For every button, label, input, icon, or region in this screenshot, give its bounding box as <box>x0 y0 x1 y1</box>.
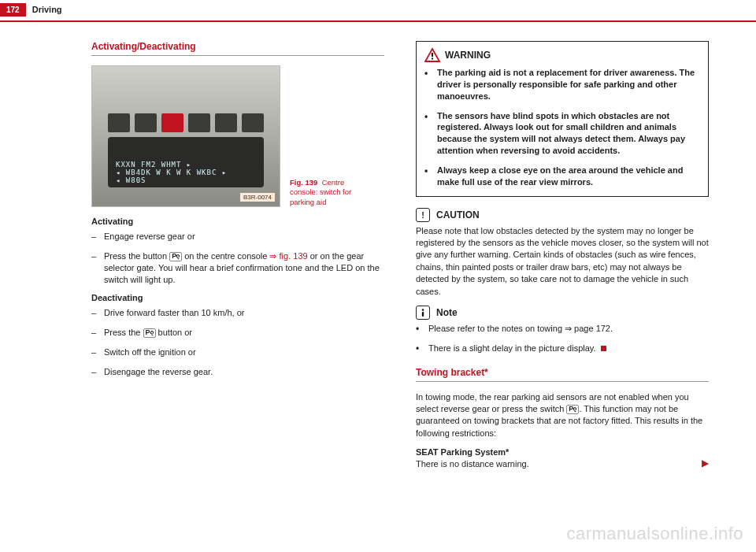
watermark: carmanualsonline.info <box>566 524 743 544</box>
subhead-activating: Activating <box>91 217 384 226</box>
svg-rect-2 <box>432 58 433 60</box>
list-item: There is a slight delay in the picture d… <box>416 343 709 354</box>
radio-line: ◂ WB4DK W K W K WKBC ▸ <box>116 169 256 176</box>
chapter-title: Driving <box>32 5 62 14</box>
section-end-icon <box>601 346 606 351</box>
console-button <box>188 113 210 132</box>
figure-139: KXXN FM2 WHMT ▸ ◂ WB4DK W K W K WKBC ▸ ◂… <box>91 65 384 207</box>
warning-label: WARNING <box>445 50 491 61</box>
caution-text: Please note that low obstacles detected … <box>416 225 709 298</box>
list-item: Press the P𐑞 button or <box>91 327 384 339</box>
parking-icon: P𐑞 <box>169 252 182 261</box>
figure-button-row <box>108 113 264 132</box>
svg-rect-1 <box>432 53 433 57</box>
list-item: The parking aid is not a replacement for… <box>424 67 700 102</box>
radio-line: ◂ W80S <box>116 176 256 184</box>
figure-code: B3R-0074 <box>240 193 275 202</box>
note-heading: Note <box>416 306 709 320</box>
list-item: Switch off the ignition or <box>91 346 384 358</box>
section-heading-activating-deactivating: Activating/Deactivating <box>91 41 384 56</box>
text-fragment: on the centre console <box>182 251 269 261</box>
text-fragment: button or <box>156 328 192 337</box>
text-fragment: Press the button <box>104 251 169 261</box>
warning-box: WARNING The parking aid is not a replace… <box>416 41 709 197</box>
towing-intro: In towing mode, the rear parking aid sen… <box>416 391 709 440</box>
warning-heading: WARNING <box>424 48 700 62</box>
caution-label: CAUTION <box>436 209 480 220</box>
console-button <box>108 113 130 132</box>
list-item: Engage reverse gear or <box>91 231 384 243</box>
left-column: Activating/Deactivating KXXN FM2 WHMT ▸ … <box>91 41 384 471</box>
note-label: Note <box>436 307 458 318</box>
list-item: Please refer to the notes on towing ⇒ pa… <box>416 323 709 335</box>
activating-list: Engage reverse gear or Press the button … <box>91 231 384 285</box>
list-item: Always keep a close eye on the area arou… <box>424 165 700 188</box>
figure-caption: Fig. 139 Centre console: switch for park… <box>290 178 369 207</box>
page-header: 172 Driving <box>0 0 756 19</box>
radio-line: KXXN FM2 WHMT ▸ <box>116 161 256 169</box>
right-column: WARNING The parking aid is not a replace… <box>416 41 709 471</box>
console-button <box>135 113 157 132</box>
figure-reference: ⇒ fig. 139 <box>269 251 307 261</box>
list-item: Drive forward faster than 10 km/h, or <box>91 307 384 319</box>
list-item: Press the button P𐑞 on the centre consol… <box>91 250 384 286</box>
note-list: Please refer to the notes on towing ⇒ pa… <box>416 323 709 354</box>
text-fragment: Press the <box>104 328 143 337</box>
deactivating-list: Drive forward faster than 10 km/h, or Pr… <box>91 307 384 377</box>
figure-image: KXXN FM2 WHMT ▸ ◂ WB4DK W K W K WKBC ▸ ◂… <box>91 65 280 207</box>
list-item: The sensors have blind spots in which ob… <box>424 110 700 157</box>
console-button <box>215 113 237 132</box>
list-item: Disengage the reverse gear. <box>91 366 384 378</box>
parking-icon: P𐑞 <box>143 328 156 338</box>
content-columns: Activating/Deactivating KXXN FM2 WHMT ▸ … <box>0 41 756 471</box>
warning-list: The parking aid is not a replacement for… <box>424 67 700 188</box>
caution-heading: ! CAUTION <box>416 208 709 222</box>
figure-caption-label: Fig. 139 <box>290 178 317 187</box>
note-text: There is a slight delay in the picture d… <box>428 343 596 353</box>
section-heading-towing-bracket: Towing bracket* <box>416 367 709 382</box>
console-button <box>242 113 264 132</box>
parking-icon: P𐑞 <box>566 405 579 414</box>
svg-rect-4 <box>422 312 424 317</box>
header-rule <box>0 20 756 22</box>
svg-point-3 <box>422 309 424 311</box>
subhead-seat-parking-system: SEAT Parking System* <box>416 447 709 457</box>
subhead-deactivating: Deactivating <box>91 293 384 302</box>
warning-icon <box>424 48 440 62</box>
continue-arrow-icon: ▶ <box>702 457 709 470</box>
page-number-tab: 172 <box>0 3 26 17</box>
seat-parking-system-text: There is no distance warning. ▶ <box>416 458 709 470</box>
caution-icon: ! <box>416 208 430 222</box>
parking-aid-button <box>161 113 183 132</box>
radio-display: KXXN FM2 WHMT ▸ ◂ WB4DK W K W K WKBC ▸ ◂… <box>108 137 264 187</box>
note-icon <box>416 306 430 320</box>
text-fragment: There is no distance warning. <box>416 459 529 469</box>
